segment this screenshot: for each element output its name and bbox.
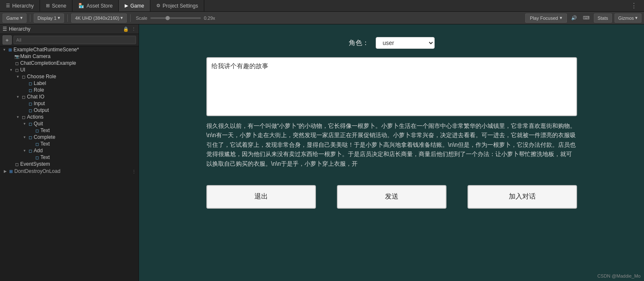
tree-container: ▾ ⊞ ExampleChatRuntimeScene* 📷 Main Came… [0,46,139,175]
gizmos-chevron-icon: ▾ [635,15,638,21]
gameobject-icon-ui: ◻ [13,68,20,72]
story-output: 很久很久以前，有一个叫做"小萝卜"的小动物，它长得像一根萝卜。小萝卜生活在一个闹… [206,121,577,168]
scene-icon: ⊞ [46,3,50,8]
resolution-chevron-icon: ▾ [120,15,123,21]
sidebar-item-input[interactable]: ◻ Input [0,100,139,107]
lock-icon[interactable]: 🔒 [123,27,129,32]
play-focused-chevron-icon: ▾ [560,15,562,21]
sidebar-item-quit-text[interactable]: ◻ Text [0,127,139,134]
keyboard-icon: ⌨ [581,15,591,21]
role-select[interactable]: userassistantsystem [376,37,435,49]
expand-arrow-ui: ▾ [8,68,13,72]
gizmos-btn[interactable]: Gizmos ▾ [615,13,641,23]
tab-asset-store[interactable]: 🏪 Asset Store [72,0,119,11]
action-buttons-row: 退出 发送 加入对话 [206,185,577,209]
sidebar-item-complete-text[interactable]: ◻ Text [0,140,139,147]
expand-arrow-chat-io: ▾ [15,95,20,99]
top-tabs-bar: ☰ Hierarchy ⊞ Scene 🏪 Asset Store ▶ Game… [0,0,644,12]
sidebar-item-chat-io[interactable]: ▾ ◻ Chat IO [0,93,139,100]
sidebar-item-ui[interactable]: ▾ ◻ UI [0,66,139,73]
component-icon-add-text: ◻ [34,155,40,160]
tab-game[interactable]: ▶ Game [119,0,150,11]
gameobject-icon-choose-role: ◻ [20,74,27,79]
sidebar-item-output[interactable]: ◻ Output [0,107,139,114]
scene-file-icon: ⊞ [7,48,13,52]
sidebar-item-event-system[interactable]: ◻ EventSystem [0,161,139,167]
play-focused-btn[interactable]: Play Focused ▾ [525,13,567,23]
sidebar-item-chat-completion[interactable]: ◻ ChatCompletionExample [0,60,139,66]
sidebar-item-quit[interactable]: ▾ ◻ Quit [0,120,139,127]
separator-2 [67,14,68,22]
expand-arrow-quit: ▾ [22,122,27,126]
game-toolbar: Game ▾ Display 1 ▾ 4K UHD (3840x2160) ▾ … [0,12,644,24]
component-icon-input: ◻ [27,101,34,106]
watermark: CSDN @Maddie_Mo [597,273,641,278]
stats-btn[interactable]: Stats [594,13,612,23]
resolution-dropdown-btn[interactable]: 4K UHD (3840x2160) ▾ [71,13,127,23]
scene-icon-dont-destroy: ⊞ [8,169,14,174]
sidebar-item-label[interactable]: ◻ Label [0,80,139,87]
sidebar-item-dont-destroy[interactable]: ▶ ⊞ DontDestroyOnLoad ⋮ [0,167,139,175]
dont-destroy-more-icon[interactable]: ⋮ [132,169,136,174]
sidebar-item-choose-role[interactable]: ▾ ◻ Choose Role [0,73,139,80]
separator-3 [130,14,131,22]
sidebar-item-add-text[interactable]: ◻ Text [0,154,139,161]
send-button[interactable]: 发送 [337,185,446,209]
separator-1 [30,14,30,22]
sidebar-header: ☰ Hierarchy 🔒 ⋮ [0,24,139,34]
expand-arrow-complete: ▾ [22,135,27,139]
game-dropdown-btn[interactable]: Game ▾ [3,13,27,23]
game-label-group: Game ▾ [3,13,27,23]
gameobject-icon-chat-io: ◻ [20,95,27,99]
component-icon-complete-text: ◻ [34,142,40,146]
sidebar-header-left: ☰ Hierarchy [3,26,30,32]
sidebar-item-role[interactable]: ◻ Role [0,87,139,93]
gameobject-icon-chat: ◻ [13,61,20,66]
resolution-group: 4K UHD (3840x2160) ▾ [71,13,127,23]
scale-thumb [166,16,170,20]
sidebar-item-example-scene[interactable]: ▾ ⊞ ExampleChatRuntimeScene* [0,46,139,53]
top-bar-right: ⋮ [627,2,644,10]
component-icon-complete: ◻ [27,135,34,140]
component-icon-label: ◻ [27,81,34,86]
sidebar-more-icon[interactable]: ⋮ [131,27,136,32]
display-dropdown-btn[interactable]: Display 1 ▾ [34,13,64,23]
chevron-down-icon: ▾ [20,15,23,21]
expand-arrow-actions: ▾ [15,115,20,119]
role-selector-row: 角色： userassistantsystem [349,37,435,49]
asset-store-icon: 🏪 [78,3,84,8]
scale-group: Scale 0.29x [134,16,216,21]
main-layout: ☰ Hierarchy 🔒 ⋮ + ▾ ⊞ ExampleChatRuntime… [0,24,644,281]
gameobject-icon-main-camera: 📷 [13,54,20,59]
chat-input[interactable]: 给我讲个有趣的故事 [206,57,577,116]
toolbar-right: Play Focused ▾ 🔊 ⌨ Stats Gizmos ▾ [525,13,641,23]
gameobject-icon-actions: ◻ [20,115,27,119]
sidebar-item-complete[interactable]: ▾ ◻ Complete [0,134,139,140]
tab-project-settings[interactable]: ⚙ Project Settings [150,0,204,11]
sidebar-toolbar: + [0,34,139,46]
quit-button[interactable]: 退出 [206,185,316,209]
audio-icon: 🔊 [569,15,579,21]
hierarchy-search-input[interactable] [13,36,136,44]
settings-icon: ⚙ [156,3,160,8]
scale-slider[interactable] [150,17,201,19]
join-button[interactable]: 加入对话 [468,185,577,209]
add-object-btn[interactable]: + [3,35,12,45]
expand-arrow-example-scene: ▾ [2,48,7,52]
sidebar-item-actions[interactable]: ▾ ◻ Actions [0,114,139,120]
sidebar-header-icons: 🔒 ⋮ [123,27,136,32]
component-icon-quit-text: ◻ [34,128,40,133]
component-icon-role: ◻ [27,88,34,93]
tab-hierarchy[interactable]: ☰ Hierarchy [0,0,40,11]
gameobject-icon-event-system: ◻ [13,162,20,167]
hierarchy-menu-icon: ☰ [3,26,7,32]
sidebar-item-add[interactable]: ▾ ◻ Add [0,147,139,154]
game-view: 角色： userassistantsystem 给我讲个有趣的故事 很久很久以前… [139,24,644,281]
expand-arrow-choose-role: ▾ [15,74,20,79]
tab-scene[interactable]: ⊞ Scene [40,0,72,11]
component-icon-quit: ◻ [27,122,34,126]
top-bar-more-icon[interactable]: ⋮ [627,2,641,10]
role-label: 角色： [349,39,369,48]
component-icon-output: ◻ [27,108,34,113]
sidebar-item-main-camera[interactable]: 📷 Main Camera [0,53,139,60]
